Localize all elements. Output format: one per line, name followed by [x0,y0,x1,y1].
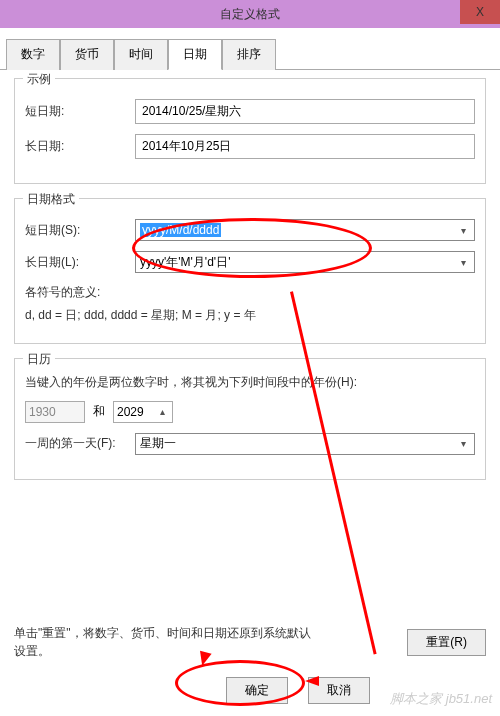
and-label: 和 [93,403,105,420]
year-end-spinner[interactable]: 2029 ▴ [113,401,173,423]
chevron-down-icon: ▾ [457,225,470,236]
year-start-input [25,401,85,423]
first-day-label: 一周的第一天(F): [25,435,135,452]
group-calendar: 日历 当键入的年份是两位数字时，将其视为下列时间段中的年份(H): 和 2029… [14,358,486,479]
first-day-combo[interactable]: 星期一 ▾ [135,433,475,455]
long-date-format-value: yyyy'年'M'月'd'日' [140,254,230,271]
group-date-format: 日期格式 短日期(S): yyyy/M/d/dddd ▾ 长日期(L): yyy… [14,198,486,344]
short-date-example-label: 短日期: [25,103,135,120]
two-digit-year-label: 当键入的年份是两位数字时，将其视为下列时间段中的年份(H): [25,373,475,392]
year-end-value: 2029 [117,405,144,419]
title-bar: 自定义格式 X [0,0,500,28]
tab-time[interactable]: 时间 [114,39,168,70]
symbol-hint-title: 各符号的意义: [25,283,475,302]
close-icon: X [476,5,484,19]
watermark: 脚本之家 jb51.net [390,690,492,708]
group-title-example: 示例 [23,71,55,88]
long-date-format-label: 长日期(L): [25,254,135,271]
reset-button[interactable]: 重置(R) [407,629,486,656]
chevron-down-icon: ▾ [457,438,470,449]
first-day-value: 星期一 [140,435,176,452]
tab-bar: 数字 货币 时间 日期 排序 [0,28,500,70]
short-date-example-value: 2014/10/25/星期六 [135,99,475,124]
reset-hint: 单击"重置"，将数字、货币、时间和日期还原到系统默认设置。 [14,624,314,660]
group-example: 示例 短日期: 2014/10/25/星期六 长日期: 2014年10月25日 [14,78,486,184]
tab-sort[interactable]: 排序 [222,39,276,70]
group-title-format: 日期格式 [23,191,79,208]
long-date-example-value: 2014年10月25日 [135,134,475,159]
close-button[interactable]: X [460,0,500,24]
short-date-format-value: yyyy/M/d/dddd [140,223,221,237]
ok-button[interactable]: 确定 [226,677,288,704]
action-bar: 确定 取消 [226,677,370,704]
short-date-format-label: 短日期(S): [25,222,135,239]
spinner-icon: ▴ [156,406,169,417]
long-date-format-combo[interactable]: yyyy'年'M'月'd'日' ▾ [135,251,475,273]
short-date-format-combo[interactable]: yyyy/M/d/dddd ▾ [135,219,475,241]
window-title: 自定义格式 [220,6,280,23]
tab-currency[interactable]: 货币 [60,39,114,70]
symbol-hint-body: d, dd = 日; ddd, dddd = 星期; M = 月; y = 年 [25,306,475,325]
tab-number[interactable]: 数字 [6,39,60,70]
long-date-example-label: 长日期: [25,138,135,155]
group-title-calendar: 日历 [23,351,55,368]
chevron-down-icon: ▾ [457,257,470,268]
tab-date[interactable]: 日期 [168,39,222,70]
footer: 单击"重置"，将数字、货币、时间和日期还原到系统默认设置。 重置(R) [14,624,486,660]
cancel-button[interactable]: 取消 [308,677,370,704]
